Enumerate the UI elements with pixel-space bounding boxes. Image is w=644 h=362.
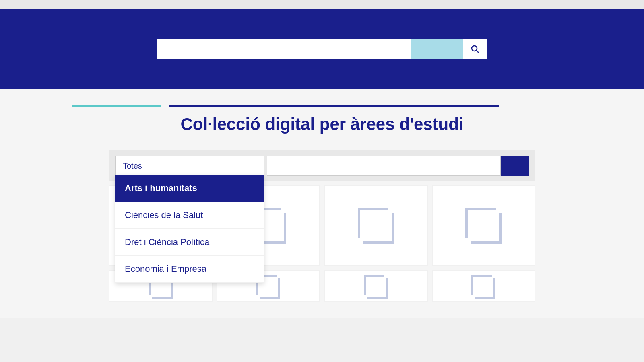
top-nav-bar: [0, 0, 644, 9]
page-title: Col·lecció digital per àrees d'estudi: [72, 115, 572, 134]
card-3[interactable]: [324, 185, 428, 266]
book-icon-3: [358, 208, 394, 244]
filter-search-input[interactable]: [267, 156, 501, 176]
card-row2-3[interactable]: [324, 270, 428, 302]
search-bar-container: [157, 39, 487, 59]
book-icon-row2-3: [364, 275, 388, 299]
search-button[interactable]: [463, 39, 487, 59]
search-icon: [470, 44, 480, 54]
dropdown-item-economy[interactable]: Economia i Empresa: [115, 256, 264, 283]
dropdown-item-law[interactable]: Dret i Ciència Política: [115, 229, 264, 256]
filter-row: Totes Arts i humanitats Ciències de la S…: [109, 150, 535, 181]
svg-line-1: [477, 51, 479, 53]
dropdown-item-sciences[interactable]: Ciències de la Salut: [115, 202, 264, 229]
dropdown-item-arts[interactable]: Arts i humanitats: [115, 175, 264, 202]
dropdown-menu: Arts i humanitats Ciències de la Salut D…: [115, 175, 264, 283]
card-row2-4[interactable]: [432, 270, 536, 302]
decorative-lines: [72, 105, 572, 107]
main-content: Col·lecció digital per àrees d'estudi To…: [0, 89, 644, 318]
filter-search-button[interactable]: [501, 156, 529, 176]
search-input[interactable]: [157, 39, 411, 59]
book-icon-4: [465, 208, 502, 244]
category-dropdown[interactable]: Totes: [115, 156, 264, 176]
line-cyan: [72, 105, 161, 107]
dropdown-current-value: Totes: [123, 161, 142, 171]
search-input-accent: [411, 39, 463, 59]
line-blue: [169, 105, 499, 107]
site-header: [0, 9, 644, 89]
book-icon-row2-4: [471, 275, 495, 299]
card-4[interactable]: [432, 185, 536, 266]
